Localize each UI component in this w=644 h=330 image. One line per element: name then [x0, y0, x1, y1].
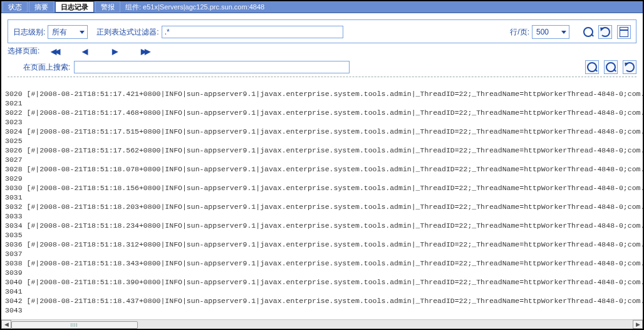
- tab-alerts[interactable]: 警报: [95, 1, 120, 13]
- refresh-page-button[interactable]: [623, 60, 636, 74]
- search-stack-icon: [606, 62, 616, 72]
- tab-status[interactable]: 状态: [3, 1, 28, 13]
- page-nav: 选择页面: ◀◀ ◀ ▶ ▶▶: [8, 46, 636, 56]
- chevron-down-icon: [80, 31, 85, 34]
- first-page-button[interactable]: ◀◀: [48, 47, 61, 56]
- document-icon: [620, 27, 628, 37]
- log-level-label: 日志级别:: [13, 27, 45, 38]
- refresh-icon: [625, 62, 635, 72]
- page-nav-label: 选择页面:: [8, 46, 39, 56]
- breadcrumb: 组件: e51x|Servers|agc125.prc.sun.com:4848: [125, 3, 264, 12]
- tab-summary[interactable]: 摘要: [29, 1, 54, 13]
- scroll-track[interactable]: [11, 321, 633, 328]
- regex-input[interactable]: [162, 26, 343, 38]
- log-level-value: 所有: [52, 27, 67, 38]
- tab-bar: 状态 摘要 日志记录 警报 组件: e51x|Servers|agc125.pr…: [1, 1, 643, 13]
- rows-per-page-value: 500: [536, 28, 549, 36]
- refresh-icon: [600, 27, 610, 37]
- view-button[interactable]: [617, 25, 631, 39]
- find-button[interactable]: [585, 60, 599, 74]
- rows-per-page-select[interactable]: 500: [532, 25, 569, 39]
- tab-log[interactable]: 日志记录: [55, 1, 94, 13]
- scroll-thumb[interactable]: [11, 321, 138, 329]
- scroll-left-button[interactable]: ◀: [1, 320, 11, 329]
- separator: [8, 77, 636, 77]
- log-content[interactable]: 3020 [#|2008-08-21T18:51:17.421+0800|INF…: [1, 88, 643, 316]
- prev-page-button[interactable]: ◀: [78, 47, 91, 56]
- page-search-row: 在页面上搜索:: [8, 60, 636, 74]
- search-icon[interactable]: [583, 27, 593, 37]
- last-page-button[interactable]: ▶▶: [138, 47, 151, 56]
- regex-label: 正则表达式过滤器:: [96, 27, 158, 38]
- log-level-select[interactable]: 所有: [48, 25, 88, 39]
- rows-per-page-label: 行/页:: [510, 27, 529, 38]
- next-page-button[interactable]: ▶: [108, 47, 121, 56]
- refresh-button[interactable]: [598, 25, 612, 39]
- scroll-right-button[interactable]: ▶: [633, 320, 643, 329]
- horizontal-scrollbar[interactable]: ◀ ▶: [1, 319, 643, 329]
- chevron-down-icon: [561, 31, 566, 34]
- log-viewport: 3020 [#|2008-08-21T18:51:17.421+0800|INF…: [1, 88, 643, 320]
- search-icon: [587, 62, 597, 72]
- filter-toolbar: 日志级别: 所有 正则表达式过滤器: 行/页: 500: [8, 19, 636, 43]
- page-search-label: 在页面上搜索:: [8, 62, 70, 73]
- find-copy-button[interactable]: [604, 60, 618, 74]
- page-search-input[interactable]: [74, 61, 350, 73]
